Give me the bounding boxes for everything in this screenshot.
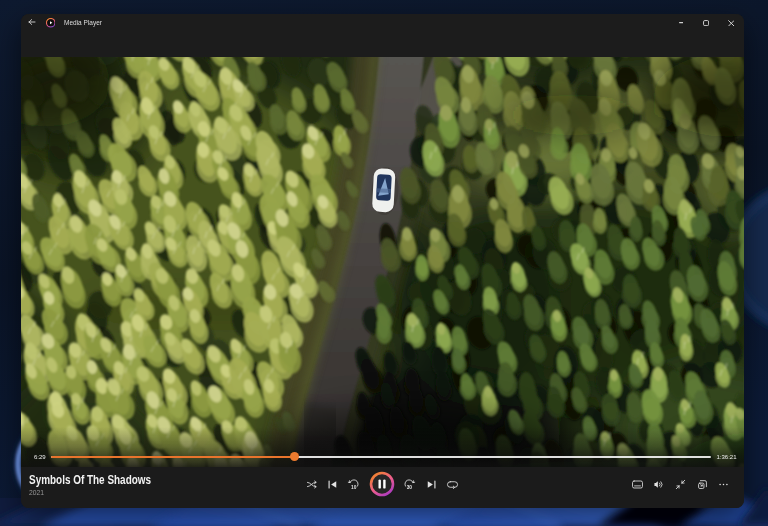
svg-text:30: 30 bbox=[407, 484, 413, 489]
svg-text:10: 10 bbox=[350, 484, 356, 489]
